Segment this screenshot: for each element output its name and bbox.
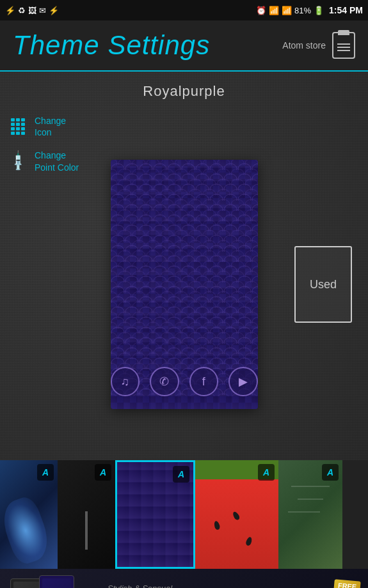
side-controls: ChangeIcon 💉 ChangePoint Color [8,115,79,173]
recycle-icon: ♻ [18,6,26,15]
item-line-2 [298,499,323,500]
thumbnail-4[interactable]: A [195,460,278,569]
change-point-color-control[interactable]: 💉 ChangePoint Color [8,150,79,173]
grid-cell [16,132,20,135]
paste-icon-top [338,30,349,35]
signal-icon: 📶 [282,6,292,15]
grid-icon [8,116,28,137]
watermelon-seed-1 [213,520,220,530]
thumbnail-3[interactable]: A [115,460,195,569]
watermelon-seed-2 [245,536,253,546]
wifi-icon: 📶 [269,6,279,15]
atom-store-label[interactable]: Atom store [282,40,326,50]
play-dock-icon[interactable]: ▶ [228,367,258,396]
grid-cell [11,127,15,130]
thumb-badge-1: A [37,464,54,481]
thumbnail-1[interactable]: A [0,460,58,569]
battery-charging-icon: 🔋 [314,6,324,15]
dock-icons: ♫ ✆ f ▶ [111,367,258,396]
status-time: 1:54 PM [329,5,363,15]
ad-phone-screen-2 [42,578,71,588]
used-button[interactable]: Used [294,246,352,323]
grid-cell [21,127,25,130]
grid-cell [11,123,15,126]
change-icon-label: ChangeIcon [35,115,66,138]
ad-phones [10,572,100,588]
thumbnail-5[interactable]: A [278,460,342,569]
dropper-icon-container: 💉 [8,151,28,172]
app-header: Theme Settings Atom store [0,20,368,72]
change-point-color-label: ChangePoint Color [35,150,79,173]
paste-line-1 [337,43,350,45]
facebook-dock-icon[interactable]: f [189,367,219,396]
item-line-3 [288,511,320,513]
grid-cell [11,132,15,135]
status-icons-left: ⚡ ♻ 🖼 ✉ ⚡ [5,6,59,15]
grid-cell [16,118,20,121]
item-line-1 [291,486,330,487]
ad-text: Stylish & Sensual Atom Themes Atom Theme… [100,584,309,588]
app-title: Theme Settings [13,30,210,61]
dropper-icon: 💉 [6,150,29,173]
thumb-badge-4: A [258,464,275,481]
grid-cell [21,118,25,121]
image-icon: 🖼 [28,6,36,15]
watermelon-seed-3 [232,511,241,521]
phone-preview: ♫ ✆ f ▶ [111,160,258,409]
grid-cell [16,127,20,130]
change-icon-control[interactable]: ChangeIcon [8,115,79,138]
ad-banner[interactable]: Stylish & Sensual Atom Themes Atom Theme… [0,569,368,588]
grid-cell [11,118,15,121]
paste-line-3 [337,50,350,51]
used-label: Used [310,278,337,291]
grid-cell [16,123,20,126]
music-dock-icon[interactable]: ♫ [111,367,140,396]
status-icons-right: ⏰ 📶 📶 81% 🔋 1:54 PM [256,5,363,15]
usb-icon: ⚡ [5,6,15,15]
thumb-badge-2: A [95,464,111,481]
watermelon-red [195,479,278,569]
grid-cell [21,123,25,126]
flash-icon: ⚡ [49,6,59,15]
free-badge: FREE [333,579,361,588]
mail-icon: ✉ [39,6,46,15]
header-right: Atom store [282,32,355,59]
ad-subtitle: Stylish & Sensual [108,584,301,588]
thumb-badge-3: A [173,466,189,483]
paste-icon-lines [337,43,350,51]
paste-icon[interactable] [332,32,355,59]
grid-cell [21,132,25,135]
theme-name: Royalpurple [143,83,225,100]
black-figure [85,511,88,550]
alarm-icon: ⏰ [256,6,266,15]
status-bar: ⚡ ♻ 🖼 ✉ ⚡ ⏰ 📶 📶 81% 🔋 1:54 PM [0,0,368,20]
ad-phone-2 [39,575,74,588]
thumbnail-strip: A A A A A [0,460,368,569]
thumb-badge-5: A [322,464,339,481]
blue-splash-art [0,494,54,567]
battery-percent: 81% [294,6,311,15]
preview-area: ChangeIcon 💉 ChangePoint Color [0,109,368,460]
ad-phone-screen-1 [13,582,42,588]
thumbnail-2[interactable]: A [58,460,115,569]
main-content: Royalpurple [0,72,368,460]
svg-rect-3 [111,160,258,396]
phone-dock-icon[interactable]: ✆ [150,367,179,396]
paste-line-2 [337,47,350,48]
